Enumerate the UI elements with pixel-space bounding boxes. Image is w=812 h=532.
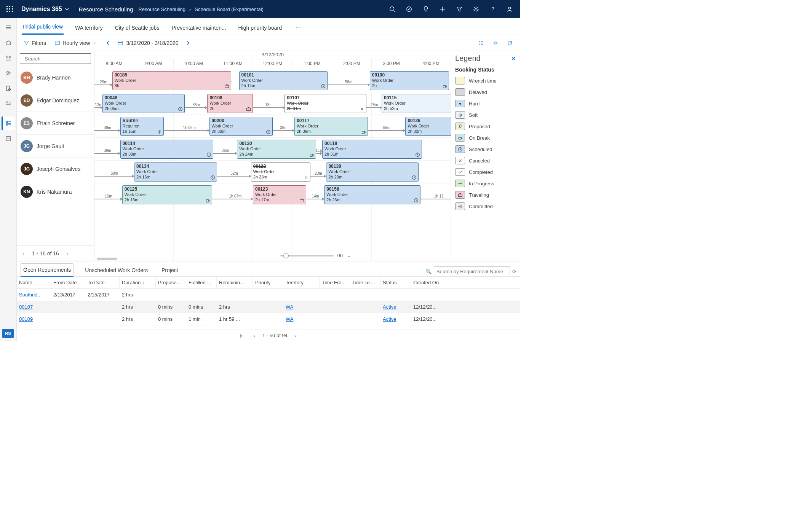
filter-icon[interactable] (451, 0, 468, 18)
help-icon[interactable] (484, 0, 501, 18)
resource-row[interactable]: ESEfrain Schreiner (17, 112, 94, 135)
people-icon[interactable] (2, 66, 15, 80)
people-list-icon[interactable] (2, 51, 15, 65)
hamburger-icon[interactable] (2, 21, 15, 34)
booking-card[interactable]: 00118Work Order2h 31m (322, 140, 422, 159)
booking-card[interactable]: 00158Work Order2h 26m (324, 185, 420, 204)
person-icon[interactable] (501, 0, 518, 18)
board-settings-icon[interactable] (490, 37, 501, 49)
grid-prev-button[interactable]: ‹ (249, 331, 259, 340)
booking-card[interactable]: 00117Work Order2h 09m (294, 117, 368, 136)
timeline-tracks[interactable]: 26m19m58m00185Work Order3h00101Work Orde… (94, 69, 451, 261)
grid-row[interactable]: 001072 hrs0 mins0 mins2 hrsWAActive12/12… (17, 301, 520, 313)
booking-card[interactable]: 00048Work Order2h 05m (102, 94, 185, 113)
hscroll-thumb[interactable] (97, 258, 117, 260)
booking-card[interactable]: 00106Work Order2h (207, 94, 253, 113)
req-name-link[interactable]: Southrid... (19, 292, 42, 298)
column-header[interactable]: To Date (85, 277, 120, 288)
resource-row[interactable]: BHBrady Hannon (17, 66, 94, 89)
crumb-1[interactable]: Resource Scheduling (138, 6, 185, 12)
resource-search-input[interactable] (25, 56, 89, 62)
next-range-button[interactable] (182, 38, 193, 48)
column-header[interactable]: Name (17, 277, 51, 288)
sitemap-badge[interactable]: RS (2, 329, 14, 338)
booking-card[interactable]: 00134Work Order2h 16m (134, 162, 217, 182)
column-header[interactable]: From Date (51, 277, 85, 288)
more-tabs-icon[interactable]: ⋯ (293, 21, 303, 35)
tab-initial-public-view[interactable]: Initial public view (22, 20, 64, 35)
prev-range-button[interactable] (103, 38, 113, 48)
tab-wa-territory[interactable]: WA territory (74, 21, 104, 35)
booking-card[interactable]: 00115Work Order2h 52m (382, 94, 451, 113)
territory-link[interactable]: WA (286, 304, 293, 310)
schedule-board-icon[interactable] (2, 116, 15, 130)
booking-card[interactable]: 00130Work Order2h 24m (237, 140, 316, 159)
filters-button[interactable]: Filters (21, 38, 48, 48)
status-link[interactable]: Active (383, 316, 396, 322)
column-header[interactable]: Status (380, 277, 411, 288)
tab-unscheduled[interactable]: Unscheduled Work Orders (83, 264, 150, 276)
column-header[interactable]: Time Fro... (320, 277, 350, 288)
grid-row[interactable]: Southrid...2/13/20172/15/20172 hrs (17, 289, 520, 301)
grid-next-button[interactable]: › (291, 331, 301, 340)
booking-card[interactable]: 00114Work Order2h 38m (120, 140, 213, 159)
calendar-icon[interactable] (2, 132, 15, 145)
tab-project[interactable]: Project (159, 264, 181, 276)
column-header[interactable]: Fulfilled ... (186, 277, 217, 288)
resource-row[interactable]: EDEdgar Dominquez (17, 89, 94, 112)
resource-row[interactable]: JGJoseph Gonsalves (17, 158, 94, 180)
grid-first-button[interactable]: |‹ (237, 331, 246, 340)
crumb-2[interactable]: Schedule Board (Experimental) (195, 6, 264, 12)
booking-card[interactable]: 00126Work Order2h 30m (405, 117, 451, 136)
booking-card[interactable]: 00200Work Order2h 30m (209, 117, 273, 136)
req-name-link[interactable]: 00109 (19, 316, 33, 322)
grid-refresh-icon[interactable]: ⟳ (512, 269, 516, 274)
column-header[interactable]: Remainin... (217, 277, 253, 288)
column-header[interactable]: Territory (283, 277, 320, 288)
resource-row[interactable]: JGJorge Gault (17, 135, 94, 158)
req-name-link[interactable]: 00107 (19, 304, 33, 310)
people-list2-icon[interactable] (2, 97, 15, 110)
requirement-search-input[interactable] (434, 266, 510, 276)
booking-card[interactable]: 00107Work Order2h 04m (285, 94, 366, 113)
grid-row[interactable]: 001228/9/20188/11/20182 hrs0 mins0 mins2… (17, 325, 520, 330)
tab-high-priority[interactable]: High priority board (238, 21, 283, 35)
column-header[interactable]: Priority (253, 277, 283, 288)
column-header[interactable]: Propose... (156, 277, 186, 288)
tab-preventative[interactable]: Preventative mainten... (171, 21, 227, 35)
territory-link[interactable]: WA (286, 316, 293, 322)
app-name[interactable]: Resource Scheduling (74, 6, 139, 13)
next-page-button[interactable]: › (63, 249, 72, 258)
refresh-icon[interactable] (504, 37, 516, 49)
column-header[interactable]: Created On (411, 277, 447, 288)
booking-card[interactable]: 00101Work Order2h 14m (239, 71, 328, 90)
search-icon[interactable] (384, 0, 401, 18)
doc-person-icon[interactable] (2, 81, 15, 95)
column-header[interactable]: Time To ... (350, 277, 380, 288)
track-row[interactable]: 12m36m18m28m00048Work Order2h 05m00106Wo… (94, 92, 451, 115)
grid-row[interactable]: 001092 hrs0 mins1 min1 hr 59 ...WAActive… (17, 313, 520, 325)
resource-search[interactable] (20, 53, 91, 64)
hourly-view-dropdown[interactable]: Hourly view (52, 38, 99, 48)
booking-card[interactable]: 00125Work Order2h 16m (122, 185, 212, 204)
booking-card[interactable]: 00100Work Order2h (370, 71, 449, 90)
app-launcher-icon[interactable] (2, 0, 18, 18)
booking-card[interactable]: 00138Work Order2h 20m (326, 162, 418, 182)
track-row[interactable]: 59m52m23m00134Work Order2h 16m00122Work … (94, 161, 451, 183)
track-row[interactable]: 26m19m58m00185Work Order3h00101Work Orde… (94, 69, 451, 92)
booking-card[interactable]: 00123Work Order2h 17m (253, 185, 306, 204)
prev-page-button[interactable]: ‹ (19, 249, 28, 258)
gear-icon[interactable] (468, 0, 484, 18)
chevron-down-icon[interactable]: ⌄ (347, 253, 352, 258)
track-row[interactable]: 39m36m11m00114Work Order2h 38m00130Work … (94, 138, 451, 161)
booking-card[interactable]: 00185Work Order3h (112, 71, 231, 90)
tab-city-of-seattle[interactable]: City of Seattle jobs (114, 21, 160, 35)
brand-title[interactable]: Dynamics 365 (18, 6, 74, 13)
column-header[interactable]: Duration ↑ (120, 277, 156, 288)
booking-card[interactable]: 00122Work Order2h 23m (251, 162, 310, 182)
lightbulb-icon[interactable] (417, 0, 434, 18)
booking-card[interactable]: SouthriRequiren1h 15m (120, 117, 164, 136)
date-range-picker[interactable]: 3/12/2020 - 3/18/2020 (117, 40, 178, 46)
close-icon[interactable]: ✕ (511, 54, 516, 63)
tab-open-requirements[interactable]: Open Requirements (21, 263, 74, 277)
